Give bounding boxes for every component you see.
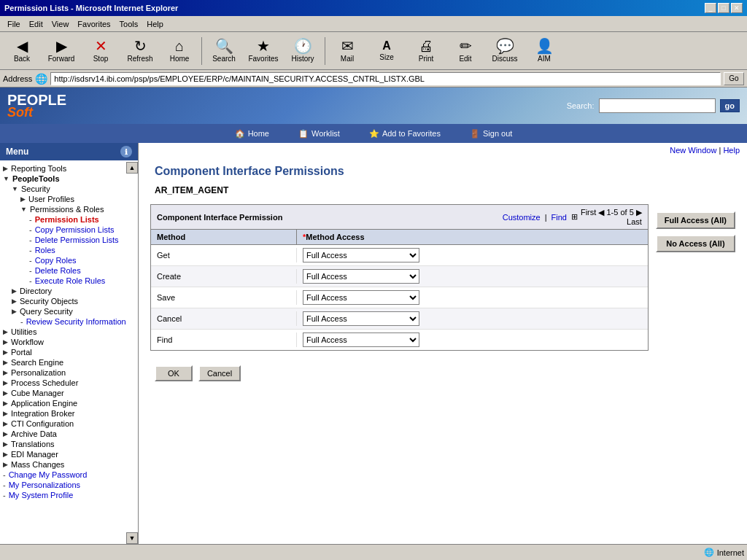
sidebar-item-review-security[interactable]: - Review Security Information — [0, 316, 138, 327]
print-button[interactable]: 🖨 Print — [407, 34, 445, 68]
process-scheduler-label: Process Scheduler — [11, 378, 78, 387]
sidebar-item-user-profiles[interactable]: ▶ User Profiles — [0, 194, 138, 204]
help-link[interactable]: Help — [723, 146, 740, 155]
access-select-get[interactable]: Full Access No Access Read Only — [303, 248, 419, 262]
sidebar-item-peopletools[interactable]: ▼ PeopleTools — [0, 174, 138, 184]
sidebar-item-my-personalizations[interactable]: - My Personalizations — [0, 480, 138, 490]
sidebar-item-mass-changes[interactable]: ▶ Mass Changes — [0, 459, 138, 470]
my-personalizations-label[interactable]: My Personalizations — [9, 481, 80, 489]
copy-roles-label[interactable]: Copy Roles — [35, 256, 77, 265]
my-system-profile-label[interactable]: My System Profile — [9, 491, 74, 499]
customize-link[interactable]: Customize — [503, 213, 541, 222]
delete-roles-label[interactable]: Delete Roles — [35, 266, 81, 275]
sidebar-item-integration-broker[interactable]: ▶ Integration Broker — [0, 408, 138, 419]
aim-button[interactable]: 👤 AIM — [525, 34, 563, 68]
menu-favorites[interactable]: Favorites — [73, 18, 115, 30]
sidebar-item-edi-manager[interactable]: ▶ EDI Manager — [0, 449, 138, 459]
maximize-button[interactable]: □ — [718, 3, 729, 13]
execute-role-rules-label[interactable]: Execute Role Rules — [35, 276, 106, 285]
sidebar-item-delete-roles[interactable]: - Delete Roles — [0, 265, 138, 276]
sidebar-scroll-down[interactable]: ▼ — [126, 532, 138, 544]
sidebar-item-permissions-roles[interactable]: ▼ Permissions & Roles — [0, 204, 138, 214]
stop-button[interactable]: ✕ Stop — [82, 34, 120, 68]
ps-search-input[interactable] — [599, 98, 716, 113]
review-security-label[interactable]: Review Security Information — [26, 317, 126, 326]
refresh-button[interactable]: ↻ Refresh — [121, 34, 159, 68]
sidebar-item-query-security[interactable]: ▶ Query Security — [0, 306, 138, 316]
nav-sign-out[interactable]: 🚪 Sign out — [470, 129, 512, 139]
sidebar-item-search-engine[interactable]: ▶ Search Engine — [0, 357, 138, 368]
sidebar-item-security-objects[interactable]: ▶ Security Objects — [0, 296, 138, 306]
menu-edit[interactable]: Edit — [25, 18, 47, 30]
go-button[interactable]: Go — [724, 72, 744, 85]
back-label: Back — [14, 55, 30, 63]
home-icon: ⌂ — [175, 39, 184, 53]
cancel-button[interactable]: Cancel — [198, 365, 241, 381]
ps-go-button[interactable]: go — [720, 99, 740, 112]
delete-permission-lists-label[interactable]: Delete Permission Lists — [35, 236, 119, 244]
address-input[interactable] — [50, 72, 721, 85]
mail-button[interactable]: ✉ Mail — [328, 34, 366, 68]
right-arrow[interactable]: ▶ — [636, 208, 642, 217]
discuss-button[interactable]: 💬 Discuss — [486, 34, 524, 68]
sidebar-item-roles[interactable]: - Roles — [0, 245, 138, 255]
sidebar-item-portal[interactable]: ▶ Portal — [0, 347, 138, 357]
sidebar-item-permission-lists[interactable]: - Permission Lists — [0, 214, 138, 225]
home-button[interactable]: ⌂ Home — [160, 34, 198, 68]
sidebar-item-security[interactable]: ▼ Security — [0, 184, 138, 194]
menu-bar: File Edit View Favorites Tools Help — [0, 16, 747, 32]
sidebar-item-delete-permission-lists[interactable]: - Delete Permission Lists — [0, 235, 138, 245]
access-select-save[interactable]: Full Access No Access Read Only — [303, 290, 419, 305]
sidebar-item-change-password[interactable]: - Change My Password — [0, 470, 138, 480]
access-select-create[interactable]: Full Access No Access Read Only — [303, 269, 419, 284]
forward-button[interactable]: ▶ Forward — [42, 34, 80, 68]
roles-label[interactable]: Roles — [35, 246, 55, 254]
menu-help[interactable]: Help — [142, 18, 168, 30]
sidebar-item-utilities[interactable]: ▶ Utilities — [0, 327, 138, 337]
history-button[interactable]: 🕐 History — [284, 34, 322, 68]
search-button[interactable]: 🔍 Search — [205, 34, 243, 68]
copy-permission-lists-label[interactable]: Copy Permission Lists — [35, 225, 115, 234]
cti-config-label: CTI Configuration — [11, 419, 74, 428]
sidebar-item-directory[interactable]: ▶ Directory — [0, 286, 138, 296]
close-button[interactable]: ✕ — [731, 3, 743, 13]
edit-button[interactable]: ✏ Edit — [446, 34, 484, 68]
sidebar-item-cti-config[interactable]: ▶ CTI Configuration — [0, 419, 138, 429]
change-password-label[interactable]: Change My Password — [9, 470, 88, 479]
back-button[interactable]: ◀ Back — [3, 34, 41, 68]
access-select-cancel[interactable]: Full Access No Access Read Only — [303, 311, 419, 326]
new-window-link[interactable]: New Window — [670, 146, 716, 155]
left-arrow[interactable]: ◀ — [598, 208, 604, 217]
access-select-find[interactable]: Full Access No Access Read Only — [303, 332, 419, 347]
sidebar-item-personalization[interactable]: ▶ Personalization — [0, 368, 138, 378]
menu-view[interactable]: View — [47, 18, 74, 30]
ok-button[interactable]: OK — [155, 365, 193, 381]
find-link[interactable]: Find — [551, 213, 567, 222]
sidebar-item-my-system-profile[interactable]: - My System Profile — [0, 490, 138, 500]
sidebar-item-reporting-tools[interactable]: ▶ Reporting Tools — [0, 163, 138, 174]
nav-add-favorites[interactable]: ⭐ Add to Favorites — [369, 129, 441, 139]
integration-broker-arrow: ▶ — [3, 410, 8, 417]
menu-tools[interactable]: Tools — [115, 18, 143, 30]
nav-worklist[interactable]: 📋 Worklist — [298, 129, 340, 139]
sidebar-item-workflow[interactable]: ▶ Workflow — [0, 337, 138, 347]
favorites-button[interactable]: ★ Favorites — [244, 34, 282, 68]
toolbar-sep-2 — [325, 37, 325, 65]
menu-file[interactable]: File — [3, 18, 25, 30]
sidebar-item-translations[interactable]: ▶ Translations — [0, 439, 138, 449]
sidebar-item-copy-roles[interactable]: - Copy Roles — [0, 255, 138, 265]
no-access-all-button[interactable]: No Access (All) — [656, 235, 735, 252]
sidebar-item-execute-role-rules[interactable]: - Execute Role Rules — [0, 276, 138, 286]
sidebar-item-copy-permission-lists[interactable]: - Copy Permission Lists — [0, 225, 138, 235]
minimize-button[interactable]: _ — [705, 3, 716, 13]
sidebar-item-cube-manager[interactable]: ▶ Cube Manager — [0, 388, 138, 398]
nav-home[interactable]: 🏠 Home — [235, 129, 269, 139]
size-button[interactable]: A Size — [368, 34, 406, 68]
method-cell-find: Find — [151, 332, 297, 347]
sidebar-scroll-up[interactable]: ▲ — [126, 162, 138, 174]
sidebar-item-archive-data[interactable]: ▶ Archive Data — [0, 429, 138, 439]
sidebar-item-process-scheduler[interactable]: ▶ Process Scheduler — [0, 378, 138, 388]
full-access-all-button[interactable]: Full Access (All) — [656, 211, 735, 229]
permission-lists-label[interactable]: Permission Lists — [35, 215, 99, 224]
sidebar-item-app-engine[interactable]: ▶ Application Engine — [0, 398, 138, 408]
